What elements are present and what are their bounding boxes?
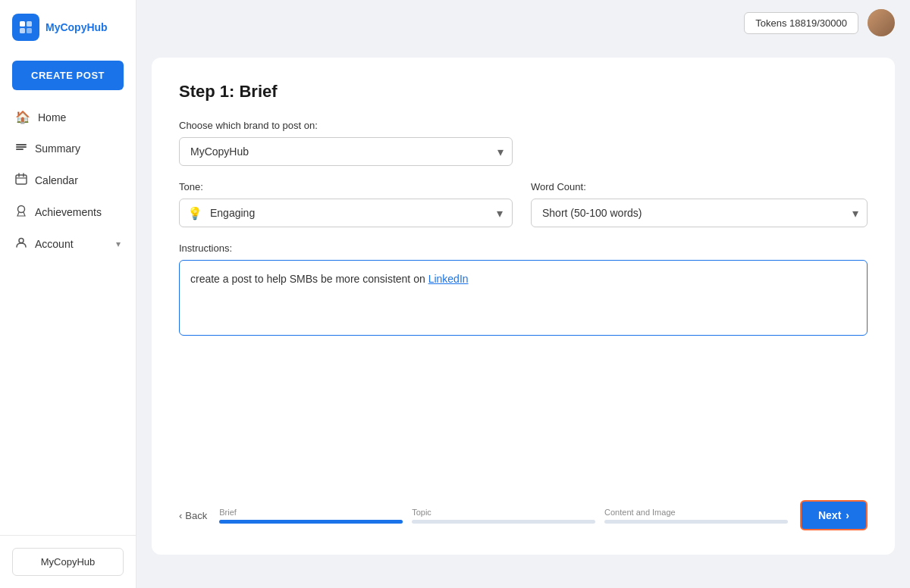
step-brief-bar-fill: [219, 520, 403, 524]
avatar-image: [868, 9, 895, 36]
wordcount-label: Word Count:: [531, 181, 868, 192]
svg-point-8: [18, 206, 25, 213]
instructions-textarea[interactable]: create a post to help SMBs be more consi…: [179, 260, 868, 336]
progress-step-brief: Brief: [219, 508, 403, 524]
account-chevron-icon: ▾: [116, 239, 121, 249]
account-icon: [15, 236, 27, 252]
tone-emoji: 💡: [180, 206, 210, 220]
sidebar-item-calendar[interactable]: Calendar: [6, 165, 130, 195]
wordcount-section: Word Count: Short (50-100 words) Medium …: [531, 181, 868, 227]
sidebar-item-achievements-label: Achievements: [35, 206, 102, 218]
wordcount-select[interactable]: Short (50-100 words) Medium (100-200 wor…: [531, 199, 868, 227]
next-button[interactable]: Next ›: [800, 500, 868, 530]
sidebar-nav: 🏠 Home Summary Calendar: [0, 102, 136, 535]
svg-rect-1: [27, 21, 32, 27]
brand-section: Choose which brand to post on: MyCopyHub…: [179, 120, 868, 166]
sidebar: MyCopyHub CREATE POST 🏠 Home Summary: [0, 0, 136, 588]
tone-wordcount-row: Tone: 💡 Engaging Professional Casual Inf…: [179, 181, 868, 227]
progress-step-content: Content and Image: [604, 508, 788, 524]
linkedin-link[interactable]: LinkedIn: [428, 273, 469, 285]
step-title: Step 1: Brief: [179, 82, 868, 102]
step-brief-label: Brief: [219, 508, 403, 517]
token-badge: Tokens 18819/30000: [744, 12, 858, 34]
svg-rect-0: [20, 21, 25, 27]
form-section: Choose which brand to post on: MyCopyHub…: [179, 120, 868, 476]
achievements-icon: [15, 205, 27, 220]
brand-dropdown-wrapper: MyCopyHub ▾: [179, 137, 513, 166]
instructions-text-before: create a post to help SMBs be more consi…: [190, 273, 428, 285]
back-button[interactable]: ‹ Back: [179, 510, 207, 521]
create-post-button[interactable]: CREATE POST: [12, 61, 124, 90]
svg-rect-4: [16, 144, 27, 145]
progress-steps: Brief Topic Content and Image: [219, 508, 788, 524]
next-label: Next: [818, 509, 841, 521]
main-content: Tokens 18819/30000 Step 1: Brief Choose …: [136, 0, 910, 588]
home-icon: 🏠: [15, 110, 30, 124]
instructions-label: Instructions:: [179, 242, 868, 254]
sidebar-footer-button[interactable]: MyCopyHub: [12, 548, 124, 576]
svg-rect-7: [16, 175, 27, 184]
sidebar-item-home-label: Home: [38, 111, 66, 124]
step-topic-label: Topic: [412, 508, 595, 517]
instructions-section: Instructions: create a post to help SMBs…: [179, 242, 868, 336]
tone-select[interactable]: Engaging Professional Casual Informative: [210, 199, 512, 227]
sidebar-logo: MyCopyHub: [0, 0, 136, 55]
summary-icon: [15, 141, 27, 156]
logo-icon: [12, 14, 39, 41]
back-chevron-icon: ‹: [179, 510, 182, 521]
calendar-icon: [15, 173, 27, 188]
sidebar-item-calendar-label: Calendar: [35, 174, 78, 186]
card-footer: ‹ Back Brief Topic: [179, 476, 868, 530]
logo-text: MyCopyHub: [46, 21, 108, 33]
tone-dropdown-wrapper: 💡 Engaging Professional Casual Informati…: [179, 199, 513, 227]
sidebar-item-achievements[interactable]: Achievements: [6, 197, 130, 227]
sidebar-footer: MyCopyHub: [0, 535, 136, 588]
step-content-bar-bg: [604, 520, 788, 524]
sidebar-item-account[interactable]: Account ▾: [6, 229, 130, 259]
tone-section: Tone: 💡 Engaging Professional Casual Inf…: [179, 181, 513, 227]
avatar: [868, 9, 895, 36]
next-chevron-icon: ›: [846, 509, 849, 521]
step-topic-bar-bg: [412, 520, 595, 524]
svg-rect-6: [16, 149, 24, 150]
svg-rect-2: [20, 28, 25, 33]
progress-step-topic: Topic: [412, 508, 595, 524]
card-wrapper: Step 1: Brief Choose which brand to post…: [136, 45, 910, 588]
svg-rect-5: [16, 146, 27, 148]
wordcount-dropdown-wrapper: Short (50-100 words) Medium (100-200 wor…: [531, 199, 868, 227]
sidebar-item-account-label: Account: [35, 238, 74, 250]
main-card: Step 1: Brief Choose which brand to post…: [152, 58, 895, 555]
svg-rect-3: [27, 28, 32, 33]
sidebar-item-home[interactable]: 🏠 Home: [6, 102, 130, 132]
brand-select[interactable]: MyCopyHub: [179, 137, 513, 166]
step-content-label: Content and Image: [604, 508, 788, 517]
tone-label: Tone:: [179, 181, 513, 192]
brand-label: Choose which brand to post on:: [179, 120, 868, 131]
sidebar-item-summary[interactable]: Summary: [6, 133, 130, 164]
sidebar-item-summary-label: Summary: [35, 142, 80, 155]
svg-point-9: [19, 239, 24, 243]
top-bar: Tokens 18819/30000: [136, 0, 910, 45]
step-brief-bar-bg: [219, 520, 403, 524]
